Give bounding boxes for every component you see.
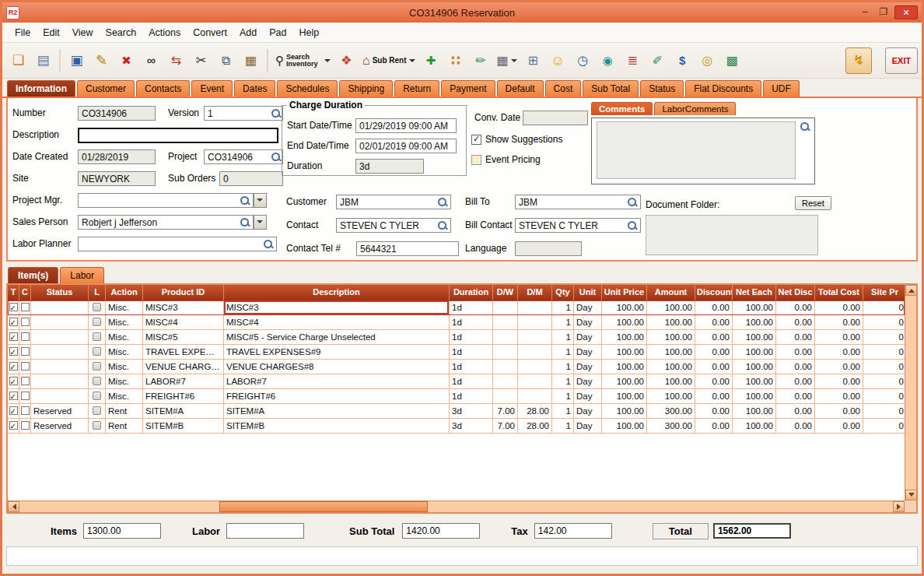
cell-qty[interactable]: 1 [552,389,574,404]
column-header[interactable]: T [8,285,19,300]
database-button[interactable]: ≣ [621,47,645,74]
search-icon[interactable] [437,197,448,208]
cell-confirm[interactable] [19,404,31,419]
cell-discount[interactable]: 0.00 [695,330,733,345]
cell-dm[interactable] [518,315,552,330]
bill-to-field[interactable] [515,195,641,209]
tab-shipping[interactable]: Shipping [339,80,393,97]
cell-confirm[interactable] [19,315,31,330]
cell-confirm[interactable] [19,419,31,434]
cell-duration[interactable]: 1d [450,330,493,345]
cell-unit[interactable]: Day [574,300,602,315]
cell-status[interactable] [31,389,89,404]
cell-site-price[interactable]: 0 [863,345,905,360]
cell-net-each[interactable]: 100.00 [733,404,776,419]
cell-status[interactable] [31,300,89,315]
cell-unit-price[interactable]: 100.00 [602,389,647,404]
cell-description[interactable]: TRAVEL EXPENSES#9 [224,345,450,360]
cell-action[interactable]: Misc. [106,360,143,374]
cell-description[interactable]: MISC#4 [224,315,450,330]
site-field[interactable] [78,171,156,186]
cell-discount[interactable]: 0.00 [695,419,733,434]
cell-net-disc[interactable]: 0.00 [776,360,815,374]
confirm-checkbox[interactable] [21,362,30,371]
tab-flat-discounts[interactable]: Flat Discounts [685,80,761,97]
cell-discount[interactable]: 0.00 [695,345,733,360]
customer-field[interactable] [336,195,451,209]
tab-labor[interactable]: Labor [60,267,104,283]
project-mgr-field[interactable] [78,193,254,208]
cell-l[interactable] [89,360,106,374]
total-field[interactable] [713,523,791,539]
cell-tag[interactable] [8,419,19,434]
tag-checkbox[interactable] [9,303,18,311]
cell-site-price[interactable]: 0 [863,419,905,434]
cell-discount[interactable]: 0.00 [695,360,733,374]
end-datetime-field[interactable] [355,139,457,153]
cell-dm[interactable] [518,360,552,374]
cell-duration[interactable]: 1d [450,374,493,389]
conv-date-field[interactable] [523,111,588,125]
cell-discount[interactable]: 0.00 [695,315,733,330]
cell-unit-price[interactable]: 100.00 [602,374,647,389]
cell-discount[interactable]: 0.00 [695,389,733,404]
search-icon[interactable] [437,220,448,231]
cell-product-id[interactable]: VENUE CHARGES#8 [143,360,224,374]
tab-status[interactable]: Status [640,80,684,97]
cell-discount[interactable]: 0.00 [695,300,733,315]
cell-qty[interactable]: 1 [552,419,574,434]
confirm-checkbox[interactable] [21,332,30,341]
cell-discount[interactable]: 0.00 [695,404,733,419]
search-inventory-button[interactable]: ⚲ Search Inventory [272,47,334,74]
paste-button[interactable]: ▦ [239,47,263,74]
add-button[interactable]: ✚ [419,47,443,74]
items-total-field[interactable] [83,523,161,539]
column-header[interactable]: C [19,285,31,300]
cell-tag[interactable] [8,404,19,419]
l-checkbox[interactable] [93,392,101,400]
cell-action[interactable]: Misc. [106,345,143,360]
column-header[interactable]: D/W [493,285,518,300]
labor-planner-field[interactable] [78,237,277,251]
tab-dates[interactable]: Dates [234,80,275,97]
cell-unit[interactable]: Day [574,389,602,404]
cell-amount[interactable]: 100.00 [647,315,695,330]
column-header[interactable]: Unit [574,285,602,300]
column-header[interactable]: Status [31,285,89,300]
cell-confirm[interactable] [19,330,31,345]
colors-button[interactable]: ❖ [334,47,359,74]
number-field[interactable] [78,106,156,121]
tag-checkbox[interactable] [9,332,18,341]
column-header[interactable]: Qty [552,285,574,300]
event-pricing-checkbox[interactable] [471,155,481,165]
tab-cost[interactable]: Cost [545,80,582,97]
title-bar[interactable]: R2 CO314906 Reservation – ❐ ✕ [2,2,922,23]
l-checkbox[interactable] [93,318,101,326]
cell-l[interactable] [89,419,106,434]
cell-duration[interactable]: 1d [450,300,493,315]
search-icon[interactable] [627,197,638,208]
close-button[interactable]: ✕ [894,5,918,19]
column-header[interactable]: Product ID [143,285,224,300]
notes-button[interactable]: ✏ [469,47,493,74]
cell-product-id[interactable]: LABOR#7 [143,374,224,389]
cell-description[interactable]: SITEM#A [224,404,450,419]
cell-product-id[interactable]: TRAVEL EXPENSES#9 [143,345,224,360]
column-header[interactable]: Amount [647,285,695,300]
language-field[interactable] [515,241,582,256]
confirm-checkbox[interactable] [21,406,30,415]
l-checkbox[interactable] [93,332,101,341]
cell-site-price[interactable]: 0 [863,330,905,345]
cell-unit-price[interactable]: 100.00 [602,360,647,374]
cell-dm[interactable] [518,300,552,315]
cell-status[interactable] [31,345,89,360]
table-row[interactable]: Misc. VENUE CHARGES#8 VENUE CHARGES#8 1d… [8,360,905,374]
sales-person-dropdown-button[interactable] [254,215,267,230]
minimize-button[interactable]: – [857,5,873,19]
cell-confirm[interactable] [19,345,31,360]
cell-dw[interactable] [493,374,518,389]
cell-unit-price[interactable]: 100.00 [602,404,647,419]
cell-unit[interactable]: Day [574,360,602,374]
cell-duration[interactable]: 1d [450,360,493,374]
cell-duration[interactable]: 1d [450,389,493,404]
